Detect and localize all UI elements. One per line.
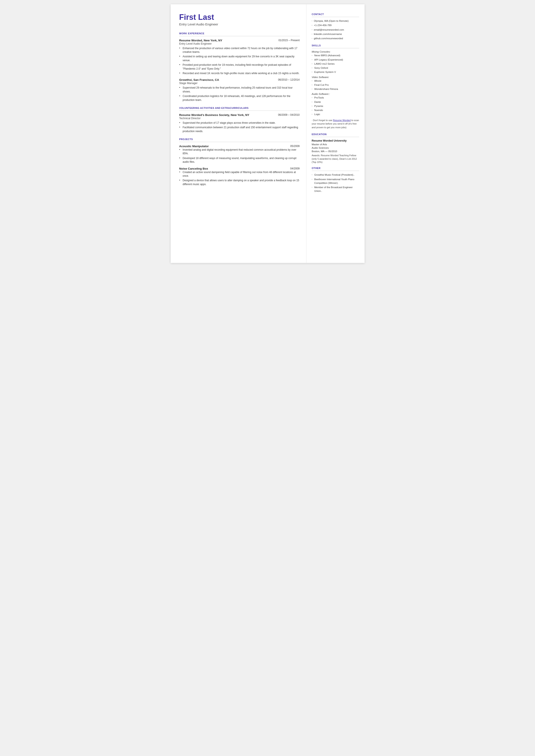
job-title: Entry Level Audio Engineer [179,22,300,26]
bullet-item: Created an active sound dampening field … [179,170,300,178]
job-date: 06/2009 – 04/2010 [278,113,299,116]
other-title: OTHER [312,167,359,169]
other-item: Growthsi Music Festival (President).. [312,173,359,177]
job-date: 01/2015 – Present [278,39,299,42]
job-role: Entry Level Audio Engineer [179,42,300,45]
job-date: 06/2010 – 12/2014 [278,78,299,81]
job-header: Resume Worded, New York, NY01/2015 – Pre… [179,39,300,42]
edu-awards: Awards: Resume Worded Teaching Fellow (o… [312,154,359,164]
job-role: Stage Manager [179,82,300,85]
job-role: Technical Director [179,117,300,120]
project-name: Acoustic Manipulator [179,145,209,148]
contact-divider [312,17,359,17]
education-divider [312,137,359,137]
contact-item: Olympia, WA (Open to Remote) [312,19,359,23]
other-list: Growthsi Music Festival (President)..Bee… [312,173,359,193]
job-header: Growthsi, San Francisco, CA06/2010 – 12/… [179,78,300,81]
contact-item: +1-234-456-789 [312,23,359,27]
resume-page: First Last Entry Level Audio Engineer WO… [171,4,365,263]
skill-item: API Legacy (Experienced) [312,58,359,62]
job-block: Resume Worded's Business Society, New Yo… [179,113,300,133]
job-block: Growthsi, San Francisco, CA06/2010 – 12/… [179,78,300,102]
job-company: Resume Worded, New York, NY [179,39,222,42]
projects-divider [179,142,300,142]
skill-list: iMovieFinal Cut ProWondershare Filmora [312,79,359,91]
other-item: Beethoven International Youth Piano Comp… [312,178,359,185]
skill-item: Logic [312,113,359,116]
skill-item: Final Cut Pro [312,83,359,87]
job-header: Resume Worded's Business Society, New Yo… [179,113,300,117]
job-block: Resume Worded, New York, NY01/2015 – Pre… [179,39,300,75]
job-company: Resume Worded's Business Society, New Yo… [179,113,249,117]
bullet-item: Enhanced the production of various video… [179,46,300,54]
bullet-item: Invented analog and digital recording eq… [179,148,300,155]
skill-category-label: Mixing Consoles: [312,50,359,53]
right-column: CONTACT Olympia, WA (Open to Remote)+1-2… [306,4,365,263]
project-date: 04/2009 [290,167,299,170]
bullet-item: Facilitated communication between 21 pro… [179,126,300,133]
skill-item: Dante [312,100,359,104]
skill-category-block: Mixing Consoles:Neve 88RS (Advanced)API … [312,50,359,74]
skill-item: Pyramix [312,104,359,108]
skills-container: Mixing Consoles:Neve 88RS (Advanced)API … [312,50,359,116]
contact-title: CONTACT [312,13,359,15]
project-block: Noise Canceling Box04/2009Created an act… [179,167,300,186]
contact-list: Olympia, WA (Open to Remote)+1-234-456-7… [312,19,359,40]
left-column: First Last Entry Level Audio Engineer WO… [171,4,306,263]
skill-category-label: Audio Software:: [312,93,359,95]
project-date: 05/2009 [290,145,299,148]
contact-item: linkedin.com/in/username [312,32,359,36]
project-header: Noise Canceling Box04/2009 [179,167,300,170]
bullet-list: Created an active sound dampening field … [179,170,300,186]
full-name: First Last [179,13,300,21]
skill-item: Sony Oxford [312,66,359,70]
promo-text: · Don't forget to use Resume Worded to s… [312,119,359,129]
resume-worded-link[interactable]: Resume Worded [333,119,351,122]
bullet-item: Designed a device that allows users to a… [179,179,300,186]
volunteering-title: VOLUNTEERING ACTIVITIES AND EXTRACURRICU… [179,107,300,109]
bullet-item: Coordinated production logistics for 18 … [179,95,300,102]
bullet-item: Assisted in setting up and tearing down … [179,55,300,62]
skill-category-label: Video Software: [312,76,359,78]
projects-container: Acoustic Manipulator05/2009Invented anal… [179,145,300,186]
bullet-item: Supervised 29 rehearsals to the final pe… [179,86,300,94]
volunteering-jobs-container: Resume Worded's Business Society, New Yo… [179,113,300,133]
skill-item: Nuendo [312,108,359,112]
other-item: Member of the Broadcast Engineer Union.. [312,185,359,193]
skills-title: SKILLS [312,44,359,47]
bullet-list: Supervised the production of 17 stage pl… [179,121,300,133]
bullet-list: Invented analog and digital recording eq… [179,148,300,164]
work-divider [179,36,300,36]
contact-item: email@resumeworded.com [312,28,359,32]
skill-category-block: Video Software:iMovieFinal Cut ProWonder… [312,76,359,91]
project-block: Acoustic Manipulator05/2009Invented anal… [179,145,300,164]
skill-item: ProTools [312,96,359,99]
skill-item: Wondershare Filmora [312,87,359,91]
job-company: Growthsi, San Francisco, CA [179,78,219,81]
contact-item: github.com/resumeworded [312,37,359,40]
projects-title: PROJECTS [179,138,300,141]
project-name: Noise Canceling Box [179,167,208,170]
skill-list: ProToolsDantePyramixNuendoLogic [312,96,359,116]
bullet-item: Supervised the production of 17 stage pl… [179,121,300,125]
skill-item: LAWO mc2 Series [312,62,359,66]
skill-list: Neve 88RS (Advanced)API Legacy (Experien… [312,54,359,74]
bullet-item: Developed 18 different ways of measuring… [179,156,300,164]
skill-category-block: Audio Software::ProToolsDantePyramixNuen… [312,93,359,116]
bullet-item: Recorded and mixed 1K records for high-p… [179,71,300,75]
work-jobs-container: Resume Worded, New York, NY01/2015 – Pre… [179,39,300,102]
bullet-item: Provided post-production work for 19 mov… [179,63,300,71]
skill-item: iMovie [312,79,359,83]
skill-item: Neve 88RS (Advanced) [312,54,359,57]
edu-school: Resume Worded University [312,139,359,142]
skill-item: Euphonic System V [312,70,359,74]
edu-degree: Master of Arts Audio Sciences Boston, MA… [312,143,359,153]
bullet-list: Enhanced the production of various video… [179,46,300,75]
bullet-list: Supervised 29 rehearsals to the final pe… [179,86,300,102]
education-title: EDUCATION [312,133,359,136]
project-header: Acoustic Manipulator05/2009 [179,145,300,148]
work-experience-title: WORK EXPERIENCE [179,32,300,35]
other-divider [312,171,359,171]
skills-divider [312,48,359,48]
